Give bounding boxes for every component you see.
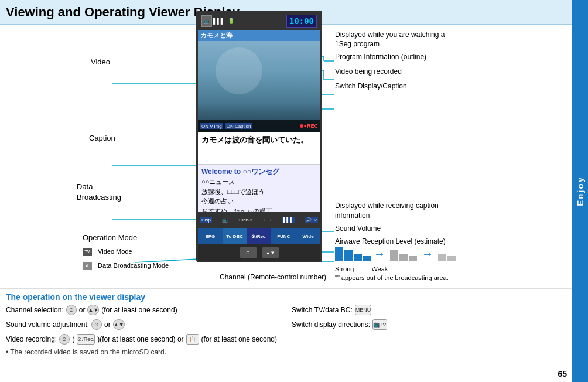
airwave-bar-2 (344, 250, 353, 261)
phone-status-bar: 📺 ▌▌▌ 🔋 10:00 (198, 12, 320, 30)
battery-icon: 🔋 (228, 18, 234, 24)
recording-bracket2: )(for at least one second) or (97, 335, 183, 343)
operation-mode-icons: TV : Video Mode d : Data Broadcasting Mo… (83, 246, 169, 272)
dbc-mode-row: d : Data Broadcasting Mode (83, 260, 169, 272)
op-note: • The recorded video is saved on the mic… (0, 346, 572, 359)
rec-func-btn: ⊙/Rec. (77, 334, 95, 345)
vol-level: 🔊12 (305, 217, 318, 223)
phone-nav-bar: ⊙ ▲▼ (198, 244, 320, 261)
rec-button[interactable]: ⊙/Rec. (247, 228, 272, 244)
data-line1: ○○ニュース (201, 177, 317, 187)
airwave-bar-3 (354, 254, 362, 261)
caption-on-label: ON Caption (225, 123, 252, 129)
airwave-bars-small (438, 254, 456, 261)
label-video: Video (91, 57, 110, 66)
video-title-bar: カモメと海 (198, 30, 320, 41)
video-controls-bar: ON V img ON Caption ●REC (198, 120, 320, 132)
airwave-bar-m1 (390, 250, 398, 261)
phone-video: カモメと海 ON V img ON Caption ●REC (198, 30, 320, 132)
recording-list-btn: 📋 (186, 334, 199, 345)
func-button[interactable]: FUNC (271, 228, 296, 244)
airwave-bar-m3 (409, 256, 417, 261)
label-program-info: Program Information (outline) (335, 53, 426, 61)
label-data-broadcasting: Data Broadcasting (77, 182, 121, 203)
label-airwave: Airwave Reception Level (estimate) (335, 237, 446, 245)
label-operation-mode: Operation Mode (83, 233, 137, 242)
page-number: 65 (558, 369, 567, 378)
phone-func-bar: EPG To DBC ⊙/Rec. FUNC Wide (198, 228, 320, 244)
sidebar-label: Enjoy (572, 0, 588, 382)
operation-title: The operation on the viewer display (0, 289, 572, 303)
phone-caption-area: カモメは波の音を聞いていた。 (198, 132, 320, 165)
label-1seg: Displayed while you are watching a 1Seg … (335, 30, 445, 49)
airwave-bar-4 (363, 256, 371, 261)
caption-text: カモメは波の音を聞いていた。 (201, 135, 317, 145)
right-sidebar: Enjoy (572, 0, 588, 382)
label-switch-display: Switch Display/Caption (335, 82, 407, 90)
status-time: 10:00 (286, 15, 317, 28)
label-caption: Caption (89, 134, 115, 142)
status-icons-left: 📺 ▌▌▌ 🔋 (201, 15, 234, 27)
airwave-bar-m2 (399, 254, 408, 261)
tv-mode-icon: 📺 (222, 217, 228, 223)
phone-display: 📺 ▌▌▌ 🔋 10:00 カモメと海 ON V img ON Caption … (196, 11, 322, 262)
switch-dir-label: Switch display directions: (292, 320, 370, 329)
recording-note2: (for at least one second) (201, 335, 277, 343)
airwave-bars-full (335, 247, 371, 261)
operation-grid: Channel selection: ⊙ or ▲▼ (for at least… (0, 303, 572, 346)
channel-updown-btn: ▲▼ (87, 305, 99, 315)
nav-up-btn[interactable]: ▲▼ (262, 247, 279, 258)
wide-button[interactable]: Wide (296, 228, 320, 244)
op-row-switch-tv: Switch TV/data BC: MENU (292, 303, 566, 316)
recording-label: Video recording: (6, 335, 57, 343)
video-mode-row: TV : Video Mode (83, 246, 169, 258)
tv-dir-btn: 📺TV (372, 319, 387, 330)
airwave-bars-medium (390, 250, 417, 261)
rec-dot (300, 124, 303, 128)
rec-indicator: ●REC (300, 123, 318, 129)
phone-bottom-bar: Disp 📺 13ch/3 ←→ ▌▌▌ 🔊12 (198, 212, 320, 228)
epg-button[interactable]: EPG (198, 228, 223, 244)
channel-label-text: Channel selection: (6, 306, 64, 314)
channel-note: (for at least one second) (101, 306, 177, 314)
data-line2: 放課後、□□□で遊ぼう (201, 187, 317, 197)
label-caption-info: Displayed while receiving caption inform… (335, 201, 439, 221)
op-row-sound: Sound volume adjustment: ⊙ or ▲▼ (6, 318, 280, 331)
tv-icon: 📺 (201, 15, 212, 27)
data-title: Welcome to ○○ワンセグ (201, 167, 317, 177)
disp-btn: Disp (200, 217, 212, 223)
sound-updown-btn: ▲▼ (113, 319, 125, 330)
v-img-label: ON V img (200, 123, 223, 129)
airwave-diagram: → → (335, 245, 456, 261)
label-video-recording: Video being recorded (335, 67, 402, 76)
tv-mode-icon-box: TV (83, 248, 92, 256)
data-line3: 今週の占い (201, 196, 317, 206)
op-row-switch-dir: Switch display directions: 📺TV (292, 318, 566, 331)
airwave-weak-label: Weak (371, 265, 388, 272)
airwave-strong-label: Strong (335, 265, 354, 272)
bottom-section: The operation on the viewer display Chan… (0, 288, 572, 382)
to-dbc-button[interactable]: To DBC (223, 228, 247, 244)
nav-icons: ←→ (262, 217, 272, 223)
video-bird-shape (216, 47, 262, 94)
signal-level: ▌▌▌ (282, 217, 295, 223)
switch-tv-label: Switch TV/data BC: (292, 306, 353, 314)
nav-center-btn[interactable]: ⊙ (240, 247, 257, 258)
label-sound-volume: Sound Volume (335, 224, 381, 233)
airwave-note: "" appears out of the broadcasting area. (335, 274, 449, 281)
op-row-channel: Channel selection: ⊙ or ▲▼ (for at least… (6, 303, 280, 316)
sound-circle-btn: ⊙ (91, 319, 102, 330)
channel-or: or (79, 306, 86, 314)
recording-circle-btn: ⊙ (59, 334, 70, 345)
airwave-labels: Strong Weak (335, 265, 388, 272)
dbc-mode-label: : Data Broadcasting Mode (94, 260, 169, 272)
airwave-bar-s2 (447, 256, 456, 261)
signal-bars: ▌▌▌ (213, 18, 224, 24)
airwave-arrow: → (374, 247, 385, 261)
airwave-arrow2: → (422, 247, 433, 261)
airwave-bar-s1 (438, 254, 446, 261)
channel-circle-btn: ⊙ (66, 305, 77, 315)
sidebar-text: Enjoy (575, 176, 585, 206)
dbc-mode-icon-box: d (83, 262, 92, 270)
channel-info: 13ch/3 (238, 217, 252, 223)
